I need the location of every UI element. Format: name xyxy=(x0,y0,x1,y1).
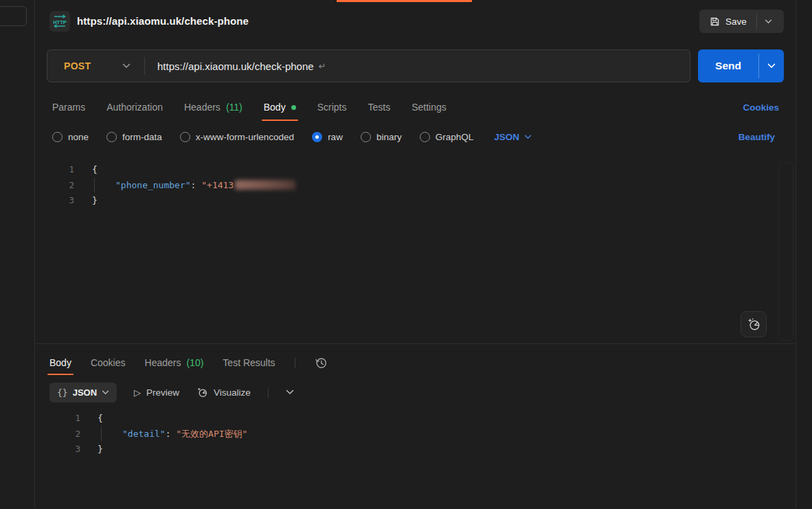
json-key: "detail" xyxy=(122,429,166,439)
editor-scrollbar-track[interactable] xyxy=(778,162,793,341)
chevron-down-icon xyxy=(286,389,294,395)
mode-raw[interactable]: raw xyxy=(312,132,343,142)
code-line: 1 { xyxy=(36,411,796,427)
raw-language-selector[interactable]: JSON xyxy=(494,132,532,142)
tab-label: Headers xyxy=(145,357,181,368)
response-body-viewer[interactable]: 1 { 2 "detail": "无效的API密钥" 3 } xyxy=(36,409,796,506)
postbot-sparkle-icon xyxy=(196,387,208,398)
tab-label: Cookies xyxy=(91,357,126,368)
tab-settings[interactable]: Settings xyxy=(411,93,447,121)
mode-x-www-form-urlencoded[interactable]: x-www-form-urlencoded xyxy=(180,132,294,142)
history-clock-icon xyxy=(315,357,328,370)
cookies-link[interactable]: Cookies xyxy=(743,93,779,121)
json-value: "无效的API密钥" xyxy=(176,429,247,439)
tab-label: Tests xyxy=(368,102,390,113)
right-sidebar xyxy=(796,0,812,509)
line-number: 3 xyxy=(36,442,80,457)
headers-count: (11) xyxy=(226,102,243,113)
line-number: 1 xyxy=(36,411,80,427)
language-label: JSON xyxy=(494,132,519,142)
mode-label: raw xyxy=(328,132,343,142)
mode-label: x-www-form-urlencoded xyxy=(196,132,294,142)
preview-button[interactable]: ▷ Preview xyxy=(134,387,179,398)
postbot-sparkle-icon xyxy=(747,317,761,332)
chevron-down-icon xyxy=(102,390,109,395)
left-sidebar xyxy=(0,0,35,509)
postbot-ai-button[interactable] xyxy=(741,311,767,337)
method-label: POST xyxy=(64,60,91,71)
response-history-button[interactable] xyxy=(315,357,328,370)
radio-icon[interactable] xyxy=(52,132,63,142)
visualize-button[interactable]: Visualize xyxy=(196,387,251,398)
mode-label: form-data xyxy=(122,132,162,142)
line-number: 2 xyxy=(36,427,80,442)
return-glyph-icon: ↵ xyxy=(319,61,326,71)
request-url-row: POST https://api.xiaomu.uk/check-phone ↵… xyxy=(36,49,796,82)
code-line: 2 "detail": "无效的API密钥" xyxy=(36,427,796,442)
method-selector[interactable]: POST xyxy=(47,50,144,82)
code-line: 2 "phone_number": "+1413 xyxy=(36,178,796,194)
tab-label: Params xyxy=(52,102,85,113)
tab-tests[interactable]: Tests xyxy=(368,93,390,121)
mode-binary[interactable]: binary xyxy=(361,132,402,142)
response-tab-headers[interactable]: Headers (10) xyxy=(145,350,204,375)
send-button-main[interactable]: Send xyxy=(698,49,758,82)
divider xyxy=(295,358,295,368)
pane-divider[interactable] xyxy=(36,343,796,344)
code-line: 3 } xyxy=(36,442,796,457)
tab-label: Scripts xyxy=(317,102,347,113)
url-input[interactable]: https://api.xiaomu.uk/check-phone xyxy=(157,60,314,72)
radio-icon[interactable] xyxy=(106,132,117,142)
url-input-container: POST https://api.xiaomu.uk/check-phone ↵ xyxy=(47,49,690,82)
radio-icon[interactable] xyxy=(180,132,190,142)
api-client-window: HTTP https://api.xiaomu.uk/check-phone S… xyxy=(0,0,812,509)
line-number: 2 xyxy=(36,178,74,194)
send-options-button[interactable] xyxy=(759,49,784,82)
line-number: 1 xyxy=(36,162,74,178)
response-toolbar: {} JSON ▷ Preview Visualize xyxy=(36,381,796,404)
radio-checked-icon[interactable] xyxy=(312,132,322,142)
response-tab-cookies[interactable]: Cookies xyxy=(91,350,126,375)
save-button[interactable]: Save xyxy=(699,10,784,33)
mode-form-data[interactable]: form-data xyxy=(106,132,162,142)
divider xyxy=(268,387,269,398)
beautify-link[interactable]: Beautify xyxy=(738,126,775,147)
divider xyxy=(144,57,145,75)
code-line: 3 } xyxy=(36,193,796,209)
save-options-button[interactable] xyxy=(757,10,780,33)
tab-scripts[interactable]: Scripts xyxy=(317,93,347,121)
mode-label: none xyxy=(68,132,89,142)
tab-label: Headers xyxy=(184,102,221,113)
visualize-label: Visualize xyxy=(214,387,251,398)
response-format-selector[interactable]: {} JSON xyxy=(49,383,117,403)
send-button[interactable]: Send xyxy=(698,49,784,82)
tab-authorization[interactable]: Authorization xyxy=(106,93,163,121)
tab-headers[interactable]: Headers (11) xyxy=(184,93,243,121)
tab-label: Body xyxy=(264,102,286,113)
save-button-main[interactable]: Save xyxy=(699,10,756,33)
tab-label: Settings xyxy=(411,102,447,113)
toolbar-collapse-button[interactable] xyxy=(286,389,294,395)
mode-graphql[interactable]: GraphQL xyxy=(420,132,474,142)
code-text: { xyxy=(92,162,98,178)
request-panel: HTTP https://api.xiaomu.uk/check-phone S… xyxy=(36,0,796,509)
line-number: 3 xyxy=(36,193,74,209)
response-tab-test-results[interactable]: Test Results xyxy=(223,350,275,375)
floppy-disk-icon xyxy=(710,16,720,27)
format-label: JSON xyxy=(73,387,97,398)
code-line: 1 { xyxy=(36,162,796,178)
chevron-down-icon xyxy=(122,63,131,69)
redacted-value-blur xyxy=(235,180,295,190)
response-tab-body[interactable]: Body xyxy=(49,350,71,375)
send-label: Send xyxy=(715,60,741,72)
preview-label: Preview xyxy=(146,387,179,398)
radio-icon[interactable] xyxy=(420,132,430,142)
code-text: "phone_number": "+1413 xyxy=(92,178,295,194)
play-icon: ▷ xyxy=(134,387,141,398)
tab-body[interactable]: Body xyxy=(264,93,296,121)
active-tab-indicator xyxy=(337,0,472,2)
radio-icon[interactable] xyxy=(361,132,371,142)
request-body-editor[interactable]: 1 { 2 "phone_number": "+1413 3 } xyxy=(36,158,796,343)
tab-params[interactable]: Params xyxy=(52,93,85,121)
mode-none[interactable]: none xyxy=(52,132,89,142)
